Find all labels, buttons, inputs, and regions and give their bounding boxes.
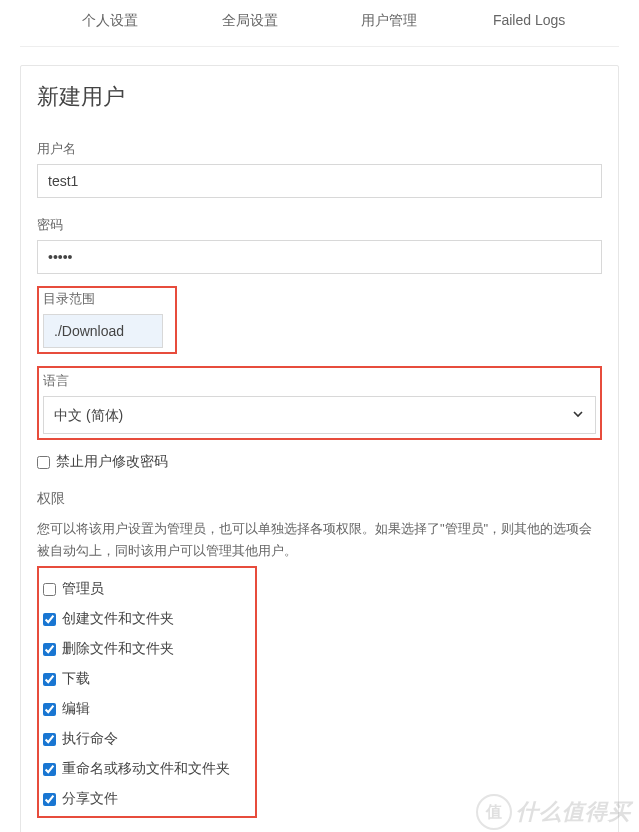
password-label: 密码 <box>37 216 602 234</box>
perm-label-edit: 编辑 <box>62 700 90 718</box>
scope-label: 目录范围 <box>43 290 171 308</box>
perm-label-create: 创建文件和文件夹 <box>62 610 174 628</box>
page-title: 新建用户 <box>37 82 602 112</box>
perm-checkbox-edit[interactable] <box>43 703 56 716</box>
tab-failed-logs[interactable]: Failed Logs <box>459 8 599 34</box>
permissions-desc: 您可以将该用户设置为管理员，也可以单独选择各项权限。如果选择了"管理员"，则其他… <box>37 518 602 562</box>
permissions-highlight: 管理员创建文件和文件夹删除文件和文件夹下载编辑执行命令重命名或移动文件和文件夹分… <box>37 566 257 818</box>
password-input[interactable] <box>37 240 602 274</box>
tab-personal[interactable]: 个人设置 <box>40 8 180 34</box>
perm-row-admin[interactable]: 管理员 <box>43 574 251 604</box>
perm-row-rename[interactable]: 重命名或移动文件和文件夹 <box>43 754 251 784</box>
scope-input[interactable] <box>43 314 163 348</box>
lock-password-label: 禁止用户修改密码 <box>56 453 168 471</box>
tabs-bar: 个人设置 全局设置 用户管理 Failed Logs <box>20 0 619 47</box>
perm-checkbox-download[interactable] <box>43 673 56 686</box>
permissions-title: 权限 <box>37 490 602 508</box>
scope-highlight: 目录范围 <box>37 286 177 354</box>
username-input[interactable] <box>37 164 602 198</box>
language-label: 语言 <box>43 372 596 390</box>
perm-label-delete: 删除文件和文件夹 <box>62 640 174 658</box>
perm-label-exec: 执行命令 <box>62 730 118 748</box>
tab-users[interactable]: 用户管理 <box>320 8 460 34</box>
perm-row-exec[interactable]: 执行命令 <box>43 724 251 754</box>
perm-checkbox-exec[interactable] <box>43 733 56 746</box>
perm-label-download: 下载 <box>62 670 90 688</box>
lock-password-checkbox[interactable] <box>37 456 50 469</box>
lock-password-row[interactable]: 禁止用户修改密码 <box>37 448 602 476</box>
new-user-card: 新建用户 用户名 密码 目录范围 语言 中文 (简体) 禁止用户修改密码 权限 … <box>20 65 619 832</box>
perm-row-share[interactable]: 分享文件 <box>43 784 251 814</box>
language-select[interactable]: 中文 (简体) <box>43 396 596 434</box>
perm-checkbox-share[interactable] <box>43 793 56 806</box>
perm-checkbox-create[interactable] <box>43 613 56 626</box>
perm-checkbox-admin[interactable] <box>43 583 56 596</box>
perm-row-create[interactable]: 创建文件和文件夹 <box>43 604 251 634</box>
perm-label-rename: 重命名或移动文件和文件夹 <box>62 760 230 778</box>
perm-checkbox-delete[interactable] <box>43 643 56 656</box>
username-label: 用户名 <box>37 140 602 158</box>
tab-global[interactable]: 全局设置 <box>180 8 320 34</box>
perm-checkbox-rename[interactable] <box>43 763 56 776</box>
perm-label-admin: 管理员 <box>62 580 104 598</box>
perm-row-delete[interactable]: 删除文件和文件夹 <box>43 634 251 664</box>
perm-row-edit[interactable]: 编辑 <box>43 694 251 724</box>
perm-label-share: 分享文件 <box>62 790 118 808</box>
language-highlight: 语言 中文 (简体) <box>37 366 602 440</box>
perm-row-download[interactable]: 下载 <box>43 664 251 694</box>
